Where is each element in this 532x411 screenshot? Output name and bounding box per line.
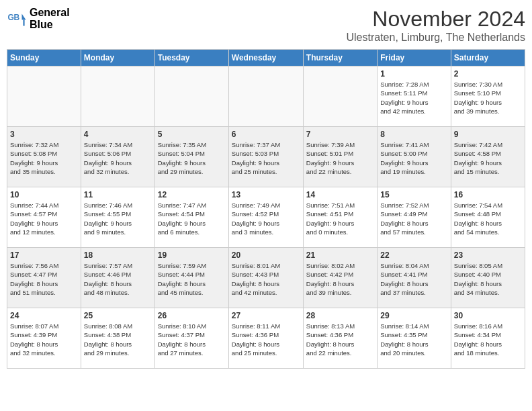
col-header-monday: Monday	[81, 50, 154, 66]
day-info: Sunrise: 8:07 AM Sunset: 4:39 PM Dayligh…	[10, 322, 78, 357]
calendar-cell: 9Sunrise: 7:42 AM Sunset: 4:58 PM Daylig…	[451, 127, 525, 187]
calendar-cell: 3Sunrise: 7:32 AM Sunset: 5:08 PM Daylig…	[7, 127, 81, 187]
calendar-cell	[81, 66, 154, 127]
col-header-saturday: Saturday	[451, 50, 525, 66]
day-number: 18	[84, 250, 152, 260]
calendar-week-3: 10Sunrise: 7:44 AM Sunset: 4:57 PM Dayli…	[7, 187, 525, 248]
day-number: 21	[306, 250, 374, 260]
day-info: Sunrise: 7:42 AM Sunset: 4:58 PM Dayligh…	[454, 140, 522, 176]
svg-marker-2	[22, 13, 26, 19]
day-number: 10	[10, 190, 78, 199]
calendar-cell: 5Sunrise: 7:35 AM Sunset: 5:04 PM Daylig…	[154, 127, 228, 187]
calendar-cell: 17Sunrise: 7:56 AM Sunset: 4:47 PM Dayli…	[7, 248, 81, 308]
calendar-cell: 6Sunrise: 7:37 AM Sunset: 5:03 PM Daylig…	[228, 127, 303, 187]
day-info: Sunrise: 7:47 AM Sunset: 4:54 PM Dayligh…	[158, 201, 226, 236]
day-info: Sunrise: 7:37 AM Sunset: 5:03 PM Dayligh…	[232, 140, 300, 176]
day-info: Sunrise: 7:59 AM Sunset: 4:44 PM Dayligh…	[158, 261, 226, 297]
day-number: 20	[232, 250, 300, 260]
col-header-sunday: Sunday	[7, 50, 81, 66]
calendar-cell: 22Sunrise: 8:04 AM Sunset: 4:41 PM Dayli…	[378, 248, 451, 308]
day-number: 15	[380, 190, 447, 199]
day-info: Sunrise: 8:10 AM Sunset: 4:37 PM Dayligh…	[158, 322, 226, 357]
calendar-cell: 11Sunrise: 7:46 AM Sunset: 4:55 PM Dayli…	[81, 187, 154, 248]
day-info: Sunrise: 7:54 AM Sunset: 4:48 PM Dayligh…	[454, 201, 522, 236]
day-info: Sunrise: 8:01 AM Sunset: 4:43 PM Dayligh…	[232, 261, 300, 297]
day-info: Sunrise: 8:02 AM Sunset: 4:42 PM Dayligh…	[306, 261, 374, 297]
day-info: Sunrise: 8:14 AM Sunset: 4:35 PM Dayligh…	[380, 322, 447, 357]
day-number: 26	[158, 311, 226, 320]
calendar-cell: 29Sunrise: 8:14 AM Sunset: 4:35 PM Dayli…	[378, 308, 451, 369]
day-info: Sunrise: 8:11 AM Sunset: 4:36 PM Dayligh…	[232, 322, 300, 357]
day-info: Sunrise: 7:32 AM Sunset: 5:08 PM Dayligh…	[10, 140, 78, 176]
calendar-cell: 19Sunrise: 7:59 AM Sunset: 4:44 PM Dayli…	[154, 248, 228, 308]
day-number: 5	[158, 130, 226, 139]
day-info: Sunrise: 7:35 AM Sunset: 5:04 PM Dayligh…	[158, 140, 226, 176]
day-number: 7	[306, 130, 374, 139]
day-number: 28	[306, 311, 374, 320]
month-title: November 2024	[346, 7, 525, 32]
calendar-cell: 16Sunrise: 7:54 AM Sunset: 4:48 PM Dayli…	[451, 187, 525, 248]
svg-text:G: G	[8, 12, 14, 21]
calendar-cell: 25Sunrise: 8:08 AM Sunset: 4:38 PM Dayli…	[81, 308, 154, 369]
day-number: 9	[454, 130, 522, 139]
day-number: 16	[454, 190, 522, 199]
day-info: Sunrise: 8:05 AM Sunset: 4:40 PM Dayligh…	[454, 261, 522, 297]
logo-text: General Blue	[30, 7, 70, 30]
day-number: 14	[306, 190, 374, 199]
day-number: 27	[232, 311, 300, 320]
col-header-thursday: Thursday	[303, 50, 377, 66]
day-info: Sunrise: 7:49 AM Sunset: 4:52 PM Dayligh…	[232, 201, 300, 236]
calendar-cell: 24Sunrise: 8:07 AM Sunset: 4:39 PM Dayli…	[7, 308, 81, 369]
calendar-cell: 8Sunrise: 7:41 AM Sunset: 5:00 PM Daylig…	[378, 127, 451, 187]
calendar-week-2: 3Sunrise: 7:32 AM Sunset: 5:08 PM Daylig…	[7, 127, 525, 187]
calendar-cell: 15Sunrise: 7:52 AM Sunset: 4:49 PM Dayli…	[378, 187, 451, 248]
day-number: 13	[232, 190, 300, 199]
calendar-cell: 13Sunrise: 7:49 AM Sunset: 4:52 PM Dayli…	[228, 187, 303, 248]
svg-text:B: B	[14, 12, 20, 21]
calendar-cell	[7, 66, 81, 127]
day-number: 11	[84, 190, 152, 199]
location-title: Ulestraten, Limburg, The Netherlands	[346, 32, 525, 44]
day-number: 29	[380, 311, 447, 320]
calendar-cell: 2Sunrise: 7:30 AM Sunset: 5:10 PM Daylig…	[451, 66, 525, 127]
calendar: SundayMondayTuesdayWednesdayThursdayFrid…	[7, 49, 525, 369]
calendar-cell: 26Sunrise: 8:10 AM Sunset: 4:37 PM Dayli…	[154, 308, 228, 369]
calendar-cell: 30Sunrise: 8:16 AM Sunset: 4:34 PM Dayli…	[451, 308, 525, 369]
calendar-header-row: SundayMondayTuesdayWednesdayThursdayFrid…	[7, 50, 525, 66]
calendar-cell: 20Sunrise: 8:01 AM Sunset: 4:43 PM Dayli…	[228, 248, 303, 308]
day-number: 3	[10, 130, 78, 139]
calendar-cell	[154, 66, 228, 127]
day-info: Sunrise: 7:28 AM Sunset: 5:11 PM Dayligh…	[380, 80, 447, 116]
day-number: 24	[10, 311, 78, 320]
day-number: 23	[454, 250, 522, 260]
calendar-cell: 10Sunrise: 7:44 AM Sunset: 4:57 PM Dayli…	[7, 187, 81, 248]
calendar-cell: 1Sunrise: 7:28 AM Sunset: 5:11 PM Daylig…	[378, 66, 451, 127]
day-info: Sunrise: 8:08 AM Sunset: 4:38 PM Dayligh…	[84, 322, 152, 357]
day-number: 4	[84, 130, 152, 139]
day-info: Sunrise: 8:13 AM Sunset: 4:36 PM Dayligh…	[306, 322, 374, 357]
day-info: Sunrise: 7:39 AM Sunset: 5:01 PM Dayligh…	[306, 140, 374, 176]
calendar-cell: 21Sunrise: 8:02 AM Sunset: 4:42 PM Dayli…	[303, 248, 377, 308]
day-info: Sunrise: 8:04 AM Sunset: 4:41 PM Dayligh…	[380, 261, 447, 297]
day-number: 1	[380, 69, 447, 79]
logo-line2: Blue	[30, 19, 70, 31]
calendar-cell	[303, 66, 377, 127]
calendar-week-1: 1Sunrise: 7:28 AM Sunset: 5:11 PM Daylig…	[7, 66, 525, 127]
col-header-wednesday: Wednesday	[228, 50, 303, 66]
logo: G B General Blue	[7, 7, 70, 30]
day-info: Sunrise: 8:16 AM Sunset: 4:34 PM Dayligh…	[454, 322, 522, 357]
logo-icon: G B	[7, 9, 27, 29]
calendar-cell: 28Sunrise: 8:13 AM Sunset: 4:36 PM Dayli…	[303, 308, 377, 369]
calendar-week-5: 24Sunrise: 8:07 AM Sunset: 4:39 PM Dayli…	[7, 308, 525, 369]
day-number: 17	[10, 250, 78, 260]
calendar-cell: 14Sunrise: 7:51 AM Sunset: 4:51 PM Dayli…	[303, 187, 377, 248]
day-info: Sunrise: 7:44 AM Sunset: 4:57 PM Dayligh…	[10, 201, 78, 236]
day-number: 22	[380, 250, 447, 260]
day-info: Sunrise: 7:34 AM Sunset: 5:06 PM Dayligh…	[84, 140, 152, 176]
calendar-cell: 12Sunrise: 7:47 AM Sunset: 4:54 PM Dayli…	[154, 187, 228, 248]
calendar-cell: 27Sunrise: 8:11 AM Sunset: 4:36 PM Dayli…	[228, 308, 303, 369]
day-number: 25	[84, 311, 152, 320]
calendar-cell: 7Sunrise: 7:39 AM Sunset: 5:01 PM Daylig…	[303, 127, 377, 187]
calendar-cell: 23Sunrise: 8:05 AM Sunset: 4:40 PM Dayli…	[451, 248, 525, 308]
day-info: Sunrise: 7:56 AM Sunset: 4:47 PM Dayligh…	[10, 261, 78, 297]
